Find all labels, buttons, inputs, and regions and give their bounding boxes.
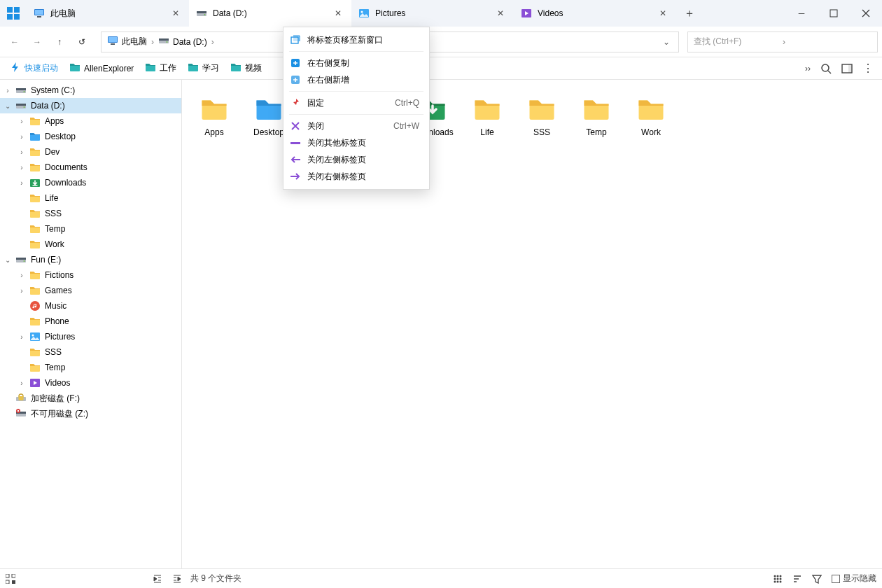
folder-tree[interactable]: › System (C:) ⌄ Data (D:) › Apps › Deskt…: [0, 80, 182, 568]
expand-icon[interactable]: ›: [17, 164, 27, 172]
close-icon[interactable]: ✕: [170, 8, 181, 19]
tree-node[interactable]: Music: [0, 298, 181, 314]
tree-node[interactable]: 加密磁盘 (F:): [0, 391, 181, 406]
expand-icon[interactable]: ⌄: [3, 102, 13, 110]
expand-icon[interactable]: ›: [17, 133, 27, 141]
tree-node[interactable]: 不可用磁盘 (Z:): [0, 406, 181, 421]
view-grid-icon[interactable]: [773, 574, 783, 584]
tab-1[interactable]: Data (D:) ✕: [189, 0, 351, 27]
tree-node[interactable]: Work: [0, 237, 181, 252]
bookmark-item[interactable]: 视频: [225, 59, 267, 78]
file-item[interactable]: SSS: [522, 95, 561, 137]
tree-node[interactable]: Temp: [0, 221, 181, 237]
folder-b-icon: [29, 131, 41, 142]
file-item[interactable]: Life: [468, 95, 507, 137]
breadcrumb-item[interactable]: Data (D:): [155, 32, 210, 52]
search-input[interactable]: 查找 (Ctrl+F) ›: [687, 31, 878, 52]
tree-node[interactable]: Life: [0, 190, 181, 206]
menu-item[interactable]: 关闭其他标签页: [284, 134, 429, 151]
menu-item[interactable]: 在右侧新增: [284, 71, 429, 88]
tree-node[interactable]: SSS: [0, 344, 181, 360]
download-icon: [29, 177, 41, 188]
bookmark-item[interactable]: AllenExplorer: [64, 59, 139, 78]
tree-node[interactable]: › System (C:): [0, 83, 181, 98]
search-icon[interactable]: [820, 63, 832, 74]
svg-rect-19: [14, 7, 20, 13]
menu-item[interactable]: 将标签页移至新窗口: [284, 31, 429, 48]
tree-node[interactable]: › Videos: [0, 375, 181, 391]
ar-icon: [290, 172, 300, 181]
show-hidden-toggle[interactable]: 显示隐藏: [832, 573, 876, 584]
tree-node[interactable]: › Downloads: [0, 175, 181, 190]
file-item[interactable]: Temp: [577, 95, 616, 137]
folder-icon: [29, 270, 41, 281]
tree-node[interactable]: SSS: [0, 206, 181, 221]
tree-node[interactable]: › Pictures: [0, 329, 181, 344]
breadcrumb-item[interactable]: 此电脑: [104, 32, 150, 52]
overflow-icon[interactable]: ››: [805, 64, 811, 74]
svg-rect-21: [14, 14, 20, 20]
tree-node[interactable]: › Fictions: [0, 267, 181, 283]
indent-right-icon[interactable]: [172, 574, 182, 584]
expand-icon[interactable]: ›: [17, 379, 27, 387]
filter-icon[interactable]: [812, 574, 822, 584]
tree-node[interactable]: › Apps: [0, 113, 181, 129]
file-item[interactable]: Apps: [195, 95, 234, 137]
menu-item[interactable]: 在右侧复制: [284, 55, 429, 71]
tab-label: Videos: [538, 8, 652, 18]
expand-icon[interactable]: ›: [17, 118, 27, 125]
expand-icon[interactable]: ›: [17, 333, 27, 341]
expand-icon[interactable]: ›: [17, 148, 27, 156]
tree-node[interactable]: ⌄ Data (D:): [0, 98, 181, 113]
bookmark-item[interactable]: 学习: [182, 59, 225, 78]
menu-item[interactable]: 关闭左侧标签页: [284, 151, 429, 168]
sort-icon[interactable]: [792, 574, 802, 584]
folder-icon: [29, 146, 41, 158]
tree-node[interactable]: Phone: [0, 314, 181, 329]
nav-back[interactable]: ←: [4, 31, 25, 52]
tree-node[interactable]: › Desktop: [0, 129, 181, 144]
svg-point-36: [774, 580, 776, 582]
more-icon[interactable]: ⋮: [862, 62, 874, 75]
tree-node[interactable]: ⌄ Fun (E:): [0, 252, 181, 267]
tab-0[interactable]: 此电脑 ✕: [27, 0, 189, 27]
menu-item[interactable]: 固定 Ctrl+Q: [284, 94, 429, 111]
breadcrumb-dropdown[interactable]: ⌄: [657, 37, 676, 47]
expand-icon[interactable]: ›: [17, 287, 27, 295]
close-icon[interactable]: ✕: [332, 8, 344, 19]
close-icon[interactable]: ✕: [657, 8, 668, 19]
qr-icon[interactable]: [6, 574, 15, 584]
folder-t-icon: [145, 62, 156, 75]
tree-node[interactable]: › Documents: [0, 160, 181, 175]
window-minimize[interactable]: ─: [785, 0, 818, 27]
expand-icon[interactable]: ›: [17, 272, 27, 279]
bookmark-item[interactable]: 快速启动: [4, 59, 64, 78]
window-close[interactable]: [850, 0, 882, 27]
panel-icon[interactable]: [841, 63, 853, 74]
tab-2[interactable]: Pictures ✕: [351, 0, 514, 27]
tree-node[interactable]: Temp: [0, 360, 181, 375]
file-item[interactable]: Work: [631, 95, 671, 137]
tree-node[interactable]: › Dev: [0, 144, 181, 160]
status-text: 共 9 个文件夹: [190, 573, 241, 584]
nav-forward[interactable]: →: [27, 31, 48, 52]
dupr-icon: [290, 58, 300, 68]
nav-up[interactable]: ↑: [49, 31, 70, 52]
close-icon[interactable]: ✕: [495, 8, 506, 19]
expand-icon[interactable]: ›: [17, 179, 27, 187]
menu-item[interactable]: 关闭 Ctrl+W: [284, 118, 429, 134]
tree-node[interactable]: › Games: [0, 283, 181, 298]
expand-icon[interactable]: ›: [3, 87, 13, 94]
tab-3[interactable]: Videos ✕: [514, 0, 676, 27]
start-button[interactable]: [0, 0, 27, 27]
bookmark-item[interactable]: 工作: [139, 59, 182, 78]
newwin-icon: [290, 35, 300, 45]
nav-refresh[interactable]: ↺: [71, 31, 92, 52]
indent-left-icon[interactable]: [153, 574, 162, 584]
folder-b-icon: [253, 95, 285, 123]
new-tab-button[interactable]: ＋: [676, 0, 703, 27]
menu-item[interactable]: 关闭右侧标签页: [284, 168, 429, 185]
expand-icon[interactable]: ⌄: [3, 256, 13, 264]
window-maximize[interactable]: [818, 0, 850, 27]
svg-rect-26: [6, 574, 9, 578]
